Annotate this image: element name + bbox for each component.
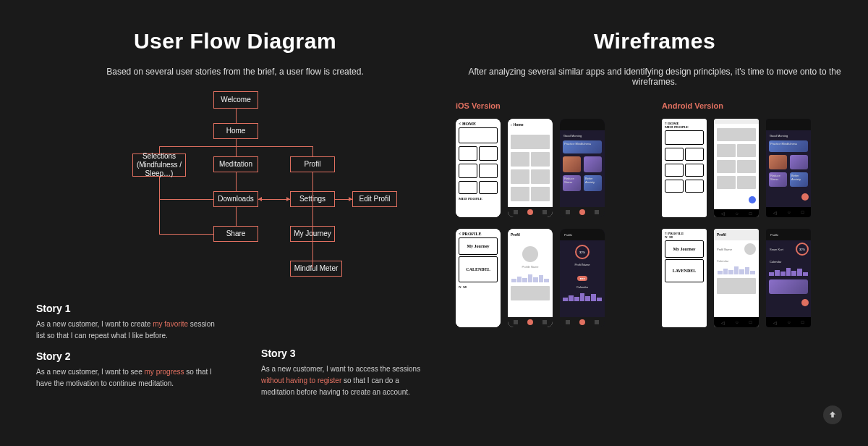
android-lofi-home: ◁○□ bbox=[714, 119, 759, 217]
android-label: Android Version bbox=[662, 101, 854, 110]
flow-node-welcome: Welcome bbox=[213, 91, 258, 109]
flow-node-home: Home bbox=[213, 123, 258, 139]
flow-node-selections: Selections (Mindfulness / Sleep…) bbox=[132, 153, 186, 177]
ios-lofi-profile: Profil Profile Name bbox=[508, 229, 553, 327]
flow-node-meditation: Meditation bbox=[213, 156, 258, 172]
flow-node-downloads: Downloads bbox=[213, 191, 258, 207]
wireframes-section: Wireframes After analyzing several simil… bbox=[441, 0, 868, 446]
story-3-text: As a new customer, I want to access the … bbox=[261, 363, 434, 398]
android-hifi-home: Good Morning Practice Mindfulness Reduce… bbox=[766, 119, 811, 217]
android-lofi-profile: Profil Profil Name Calendar bbox=[714, 229, 759, 327]
flow-diagram: Welcome Home Selections (Mindfulness / S… bbox=[83, 91, 387, 287]
ios-sketch-home: < HOME bbox=[456, 119, 501, 217]
android-sketch-home: ≡ HOME MED PEOPLE bbox=[662, 119, 707, 217]
ios-lofi-home: ‹ Home bbox=[508, 119, 553, 217]
stories: Story 1 As a new customer, I want to cre… bbox=[36, 294, 434, 398]
wireframes-subtitle: After analyzing several similar apps and… bbox=[456, 67, 854, 87]
flow-node-profil: Profil bbox=[290, 156, 335, 172]
android-column: Android Version ≡ HOME MED PEOPLE bbox=[662, 101, 854, 339]
android-sketch-profile: ≡ PROFILE N M My Journey LAVENDEL bbox=[662, 229, 707, 327]
user-flow-title: User Flow Diagram bbox=[36, 29, 434, 54]
user-flow-section: User Flow Diagram Based on several user … bbox=[0, 0, 441, 446]
user-flow-subtitle: Based on several user stories from the b… bbox=[36, 67, 434, 77]
wireframes-title: Wireframes bbox=[456, 29, 854, 54]
story-2-title: Story 2 bbox=[36, 350, 239, 362]
scroll-to-top-button[interactable] bbox=[823, 405, 842, 424]
story-2-text: As a new customer, I want to see my prog… bbox=[36, 366, 224, 390]
flow-node-mindful-meter: Mindful Meter bbox=[290, 261, 342, 277]
android-hifi-profile: Profile Snam Kurt 32% Calendar bbox=[766, 229, 811, 327]
ios-hifi-home: Good Morning Practice Mindfulness Reduce… bbox=[560, 119, 605, 217]
story-3-title: Story 3 bbox=[261, 348, 434, 359]
flow-node-edit-profil: Edit Profil bbox=[352, 191, 397, 207]
story-1-title: Story 1 bbox=[36, 303, 239, 314]
arrow-up-icon bbox=[827, 410, 838, 420]
ios-label: iOS Version bbox=[456, 101, 647, 110]
ios-column: iOS Version < HOME bbox=[456, 101, 647, 339]
ios-hifi-profile: Profile 32% Profil Name ●●● Calendar bbox=[560, 229, 605, 327]
flow-node-share: Share bbox=[213, 226, 258, 242]
ios-sketch-profile: < PROFILE My Journey CALENDEL N M bbox=[456, 229, 501, 327]
story-1-text: As a new customer, I want to create my f… bbox=[36, 319, 224, 342]
